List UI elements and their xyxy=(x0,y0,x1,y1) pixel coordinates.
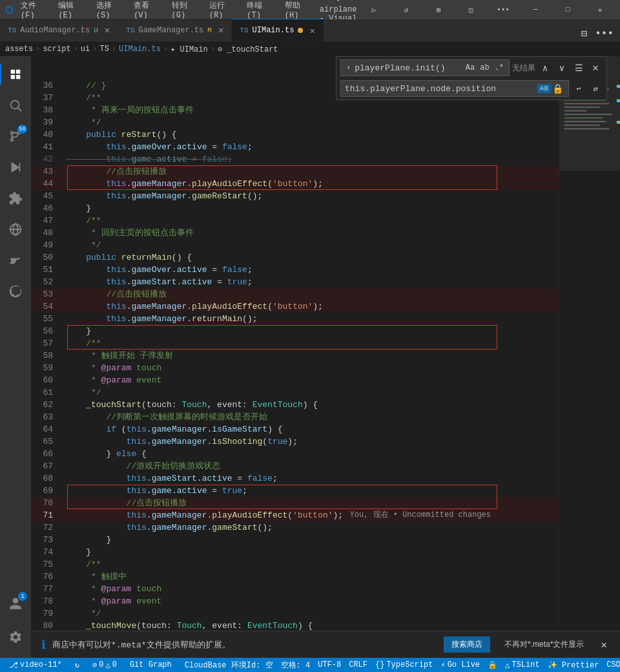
menu-edit[interactable]: 编辑(E) xyxy=(54,0,90,21)
status-sync[interactable]: ↻ xyxy=(71,658,83,672)
menu-run[interactable]: 运行(R) xyxy=(205,0,242,21)
status-tslint[interactable]: △ TSLint xyxy=(501,658,543,672)
find-close-btn[interactable]: ✕ xyxy=(588,61,603,75)
replace-preserve-icon[interactable]: 🔒 xyxy=(551,82,564,96)
line-79: 79 */ xyxy=(31,607,559,620)
menu-help[interactable]: 帮助(H) xyxy=(281,0,317,21)
activity-run[interactable] xyxy=(0,152,31,183)
find-menu-btn[interactable]: ☰ xyxy=(572,61,586,75)
find-word-icon[interactable]: ab xyxy=(479,62,490,74)
editor-with-minimap: 36 // } 37 /** 38 * 再来一局的按钮点击事件 39 xyxy=(31,56,620,631)
breadcrumb-script[interactable]: script xyxy=(43,45,70,54)
line-56: 56 } xyxy=(31,325,559,337)
menu-terminal[interactable]: 终端(T) xyxy=(243,0,279,21)
breadcrumb-ui[interactable]: ui xyxy=(81,45,90,54)
activity-explorer[interactable] xyxy=(0,59,31,90)
status-language[interactable]: {} TypeScript xyxy=(371,658,437,672)
activity-extensions[interactable] xyxy=(0,183,31,214)
replace-input-wrap[interactable]: AB 🔒 xyxy=(340,80,569,97)
warning-count: 0 xyxy=(112,660,117,669)
breadcrumb-touchstart[interactable]: ⊙ _touchStart xyxy=(218,45,278,54)
replace-all-btn[interactable]: ⇄ xyxy=(588,81,603,96)
status-cloudbase[interactable]: CloudBase 环境Id: 空 xyxy=(181,658,277,672)
line-39: 39 */ xyxy=(31,116,559,129)
tab-audiomanager[interactable]: TS AudioManager.ts U ✕ xyxy=(0,19,118,41)
menu-view[interactable]: 查看(V) xyxy=(130,0,166,21)
line-73: 73 } xyxy=(31,534,559,546)
status-gitgraph[interactable]: Git Graph xyxy=(126,658,176,672)
tab-uimain-modified xyxy=(298,28,303,33)
tab-layout-icon[interactable]: ⊟ xyxy=(580,26,589,41)
svg-rect-0 xyxy=(11,70,15,74)
activity-account[interactable]: 1 xyxy=(0,588,31,619)
find-input-wrap[interactable]: › Aa ab .* xyxy=(340,59,510,76)
debug-btn[interactable]: ↺ xyxy=(391,0,421,19)
find-regex-icon[interactable]: .* xyxy=(493,62,505,74)
svg-rect-35 xyxy=(617,121,620,123)
activity-remote[interactable] xyxy=(0,214,31,245)
menu-file[interactable]: 文件(F) xyxy=(17,0,53,21)
layout-btn[interactable]: ⊞ xyxy=(424,0,453,19)
find-widget: › Aa ab .* 无结果 ∧ ∨ ☰ ✕ AB 🔒 ↩ xyxy=(336,56,607,100)
activity-settings[interactable] xyxy=(0,622,31,653)
tab-uimain[interactable]: TS UIMain.ts ✕ xyxy=(232,19,323,41)
more-btn[interactable]: ••• xyxy=(488,0,518,19)
status-errors[interactable]: ⊘ 0 △ 0 xyxy=(88,658,121,672)
tab-gamemanager-close[interactable]: ✕ xyxy=(218,25,223,36)
find-case-icon[interactable]: Aa xyxy=(464,62,476,74)
line-57: 57 /** xyxy=(31,337,559,350)
status-csdn[interactable]: CSDN @ykl970719 xyxy=(603,658,620,672)
status-lock[interactable]: 🔒 xyxy=(484,658,501,672)
line-53: 53 //点击按钮播放 xyxy=(31,288,559,300)
error-icon: ⊘ xyxy=(92,660,97,670)
breadcrumb-uimainclass[interactable]: ✦ UIMain xyxy=(170,45,208,54)
menu-select[interactable]: 选择(S) xyxy=(92,0,129,21)
find-expand-icon[interactable]: › xyxy=(345,62,352,74)
line-43: 43 //点击按钮播放 xyxy=(31,165,559,178)
minimize-btn[interactable]: ─ xyxy=(521,0,550,19)
notif-dismiss-btn[interactable]: 不再对*.meta*文件显示 xyxy=(497,636,592,653)
status-prettier[interactable]: ✨ Prettier xyxy=(544,658,603,672)
activity-docker[interactable] xyxy=(0,245,31,276)
notif-search-btn[interactable]: 搜索商店 xyxy=(444,636,490,653)
svg-rect-2 xyxy=(11,75,15,79)
line-55: 55 this.gameManager.returnMain(); xyxy=(31,313,559,325)
status-golive[interactable]: ⚡ Go Live xyxy=(437,658,484,672)
split-btn[interactable]: ◫ xyxy=(456,0,486,19)
activity-gitkraken[interactable] xyxy=(0,276,31,307)
tab-gamemanager[interactable]: TS GameManager.ts M ✕ xyxy=(118,19,232,41)
breadcrumb-assets[interactable]: assets xyxy=(5,45,33,54)
tab-more-icon[interactable]: ••• xyxy=(594,26,615,41)
play-btn[interactable]: ▷ xyxy=(359,0,389,19)
tab-uimain-close[interactable]: ✕ xyxy=(309,25,315,36)
find-next-btn[interactable]: ∨ xyxy=(555,61,569,75)
breadcrumb-ts[interactable]: TS xyxy=(99,45,108,54)
lock-icon: 🔒 xyxy=(488,660,497,670)
status-branch[interactable]: ⎇ video-11* xyxy=(5,658,66,672)
code-editor[interactable]: 36 // } 37 /** 38 * 再来一局的按钮点击事件 39 xyxy=(31,56,559,631)
line-50: 50 public returnMain() { xyxy=(31,251,559,264)
line-60: 60 * @param event xyxy=(31,374,559,386)
line-75: 75 /** xyxy=(31,558,559,571)
notif-close-icon[interactable]: ✕ xyxy=(598,636,610,654)
line-78: 78 * @param event xyxy=(31,595,559,607)
activity-scm[interactable]: 56 xyxy=(0,121,31,152)
find-input[interactable] xyxy=(355,63,462,73)
maximize-btn[interactable]: □ xyxy=(553,0,583,19)
activity-search[interactable] xyxy=(0,90,31,121)
golive-label: Go Live xyxy=(448,660,480,669)
replace-input[interactable] xyxy=(345,84,537,94)
breadcrumb-uimainfile[interactable]: UIMain.ts xyxy=(119,45,161,54)
find-prev-btn[interactable]: ∧ xyxy=(538,61,552,75)
menu-goto[interactable]: 转到(G) xyxy=(168,0,204,21)
replace-one-btn[interactable]: ↩ xyxy=(572,81,586,96)
tab-audiomanager-close[interactable]: ✕ xyxy=(105,25,110,36)
close-btn[interactable]: ✕ xyxy=(585,0,615,19)
status-encoding[interactable]: UTF-8 xyxy=(314,658,345,672)
status-left: ⎇ video-11* ↻ ⊘ 0 △ 0 Git Graph CloudBas… xyxy=(5,658,277,672)
tab-ts-icon: TS xyxy=(8,26,16,34)
replace-case-ab[interactable]: AB xyxy=(537,84,551,93)
replace-row: AB 🔒 ↩ ⇄ xyxy=(336,79,606,100)
status-spaces[interactable]: 空格: 4 xyxy=(277,658,315,672)
status-lineending[interactable]: CRLF xyxy=(345,658,371,672)
